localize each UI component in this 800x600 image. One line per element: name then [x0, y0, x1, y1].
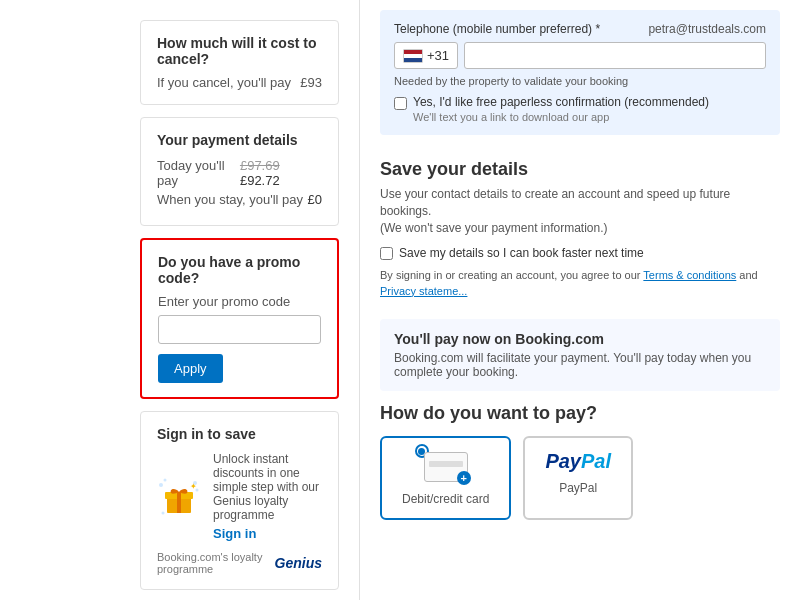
payment-options: + Debit/credit card PayPal PayPal [380, 436, 780, 520]
apply-button[interactable]: Apply [158, 354, 223, 383]
privacy-link[interactable]: Privacy stateme... [380, 285, 467, 297]
card-visual: + [424, 452, 468, 482]
svg-rect-7 [177, 492, 181, 513]
payment-today-prices: £97.69 £92.72 [240, 158, 322, 188]
debit-card-icon: + [421, 450, 471, 484]
payment-today-label: Today you'll pay [157, 158, 240, 188]
payment-section: Your payment details Today you'll pay £9… [140, 117, 339, 226]
payment-price: £92.72 [240, 173, 280, 188]
signin-footer-text: Booking.com's loyalty programme [157, 551, 275, 575]
pay-now-title: You'll pay now on Booking.com [394, 331, 766, 347]
payment-stay-label: When you stay, you'll pay [157, 192, 303, 207]
debit-card-option[interactable]: + Debit/credit card [380, 436, 511, 520]
tel-input-row: +31 [394, 42, 766, 69]
payment-title: Your payment details [157, 132, 322, 148]
gift-icon: ✦ [157, 475, 201, 519]
save-checkbox-row: Save my details so I can book faster nex… [380, 246, 780, 260]
cancel-title: How much will it cost to cancel? [157, 35, 322, 67]
payment-original: £97.69 [240, 158, 280, 173]
genius-badge: Genius [275, 555, 322, 571]
paypal-logo: PayPal [545, 450, 611, 473]
card-plus-icon: + [457, 471, 471, 485]
pay-now-section: You'll pay now on Booking.com Booking.co… [380, 319, 780, 391]
save-details-section: Save your details Use your contact detai… [380, 147, 780, 311]
telephone-section: Telephone (mobile number preferred) * pe… [380, 10, 780, 135]
payment-methods-title: How do you want to pay? [380, 403, 780, 424]
right-panel: Telephone (mobile number preferred) * pe… [360, 0, 800, 600]
promo-title: Do you have a promo code? [158, 254, 321, 286]
signin-section: Sign in to save [140, 411, 339, 590]
signin-text-block: Unlock instant discounts in one simple s… [213, 452, 322, 541]
payment-methods-section: How do you want to pay? + Debit [380, 403, 780, 520]
cancel-row-label: If you cancel, you'll pay [157, 75, 291, 90]
tel-number-input[interactable] [464, 42, 766, 69]
svg-text:✦: ✦ [190, 482, 197, 491]
netherlands-flag-icon [403, 49, 423, 63]
tel-country-selector[interactable]: +31 [394, 42, 458, 69]
save-details-checkbox[interactable] [380, 247, 393, 260]
svg-point-1 [164, 478, 167, 481]
promo-label: Enter your promo code [158, 294, 321, 309]
terms-prefix: By signing in or creating an account, yo… [380, 269, 643, 281]
save-checkbox-label: Save my details so I can book faster nex… [399, 246, 644, 260]
terms-text: By signing in or creating an account, yo… [380, 268, 780, 299]
signin-footer: Booking.com's loyalty programme Genius [157, 551, 322, 575]
signin-content: ✦ Unlock instant discounts in one simple… [157, 452, 322, 541]
tel-label: Telephone (mobile number preferred) * [394, 22, 600, 36]
paperless-label: Yes, I'd like free paperless confirmatio… [413, 95, 709, 109]
pay-now-desc: Booking.com will facilitate your payment… [394, 351, 766, 379]
cancel-amount: £93 [300, 75, 322, 90]
paperless-subtext: We'll text you a link to download our ap… [413, 111, 709, 123]
payment-row-stay: When you stay, you'll pay £0 [157, 192, 322, 207]
tel-email: petra@trustdeals.com [648, 22, 766, 36]
paperless-checkbox-row: Yes, I'd like free paperless confirmatio… [394, 95, 766, 123]
promo-input[interactable] [158, 315, 321, 344]
signin-title: Sign in to save [157, 426, 322, 442]
terms-link[interactable]: Terms & conditions [643, 269, 736, 281]
paperless-checkbox[interactable] [394, 97, 407, 110]
cancel-section: How much will it cost to cancel? If you … [140, 20, 339, 105]
tel-hint: Needed by the property to validate your … [394, 75, 766, 87]
tel-country-code: +31 [427, 48, 449, 63]
svg-point-4 [162, 511, 165, 514]
terms-and: and [736, 269, 757, 281]
save-title: Save your details [380, 159, 780, 180]
left-panel: How much will it cost to cancel? If you … [0, 0, 360, 600]
signin-description: Unlock instant discounts in one simple s… [213, 452, 322, 522]
debit-card-label: Debit/credit card [402, 492, 489, 506]
save-description: Use your contact details to create an ac… [380, 186, 780, 236]
paperless-text-block: Yes, I'd like free paperless confirmatio… [413, 95, 709, 123]
promo-section: Do you have a promo code? Enter your pro… [140, 238, 339, 399]
tel-header: Telephone (mobile number preferred) * pe… [394, 22, 766, 36]
svg-point-0 [159, 483, 163, 487]
signin-link[interactable]: Sign in [213, 526, 322, 541]
payment-stay-price: £0 [308, 192, 322, 207]
paypal-label: PayPal [559, 481, 597, 495]
payment-row-today: Today you'll pay £97.69 £92.72 [157, 158, 322, 188]
paypal-option[interactable]: PayPal PayPal [523, 436, 633, 520]
